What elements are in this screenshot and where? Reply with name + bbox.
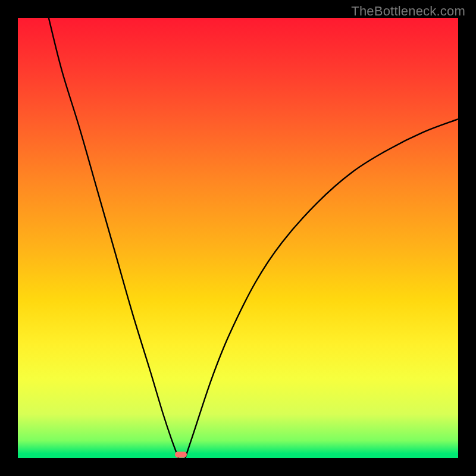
plot-area [18,18,458,458]
chart-frame: TheBottleneck.com [0,0,476,476]
watermark-text: TheBottleneck.com [351,4,465,19]
curve-right-branch [185,119,458,458]
curve-left-branch [49,18,178,458]
min-marker [175,452,187,458]
curve-svg [18,18,458,458]
